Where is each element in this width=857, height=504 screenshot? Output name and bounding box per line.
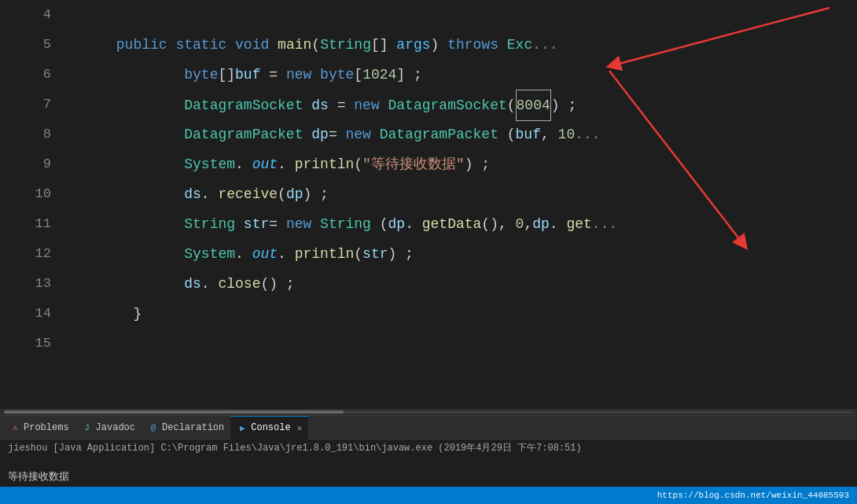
var-str: str	[244, 216, 269, 232]
code-line-14	[65, 299, 857, 329]
line-num-4: 4	[16, 0, 51, 30]
type-string: String	[320, 37, 371, 53]
line-num-5: 5	[16, 30, 51, 60]
line-num-9: 9	[16, 149, 51, 179]
run-info: jieshou [Java Application] C:\Program Fi…	[0, 440, 857, 456]
scrollbar-thumb[interactable]	[4, 410, 344, 414]
number-8004: 8004	[517, 97, 550, 113]
status-url: https://blog.csdn.net/weixin_44085593	[657, 491, 849, 500]
exception-type: Exc	[507, 37, 532, 53]
param-dp: dp	[286, 186, 303, 202]
line-num-15: 15	[16, 329, 51, 359]
status-bar: https://blog.csdn.net/weixin_44085593	[0, 487, 857, 504]
console-icon: ▶	[237, 422, 248, 433]
param-args: args	[396, 37, 430, 53]
param-buf: buf	[516, 127, 541, 142]
tab-javadoc-label: Javadoc	[96, 422, 135, 433]
problems-icon: ⚠	[9, 422, 20, 433]
tab-declaration[interactable]: @ Declaration	[142, 416, 230, 440]
highlight-8004: 8004	[516, 90, 551, 121]
bottom-panel: ⚠ Problems J Javadoc @ Declaration ▶ Con…	[0, 415, 857, 487]
scrollbar-track[interactable]	[4, 410, 853, 414]
number-1024: 1024	[362, 67, 396, 83]
line-num-11: 11	[16, 209, 51, 239]
line-num-14: 14	[16, 299, 51, 329]
console-close-icon[interactable]: ✕	[297, 423, 303, 433]
line-num-13: 13	[16, 269, 51, 299]
code-line-15	[65, 329, 857, 359]
string-waiting: "等待接收数据"	[362, 156, 465, 172]
line-num-6: 6	[16, 60, 51, 90]
field-out2: out	[252, 246, 278, 262]
left-gutter	[0, 0, 16, 409]
panel-tabs: ⚠ Problems J Javadoc @ Declaration ▶ Con…	[0, 416, 857, 440]
keyword-byte2: byte	[320, 67, 354, 83]
method-println: println	[295, 156, 355, 172]
panel-content: jieshou [Java Application] C:\Program Fi…	[0, 440, 857, 487]
number-0: 0	[516, 216, 524, 232]
line-num-12: 12	[16, 239, 51, 269]
method-main: main	[278, 37, 311, 53]
keyword-new3: new	[354, 97, 379, 113]
type-datagramsocket2: DatagramSocket	[388, 97, 507, 113]
type-datagrampacket2: DatagramPacket	[380, 127, 498, 142]
var-ds2: ds	[184, 186, 201, 202]
keyword-new4: new	[346, 127, 371, 142]
declaration-icon: @	[148, 422, 159, 433]
param-str: str	[362, 246, 388, 262]
var-buf: buf	[235, 67, 260, 83]
field-out: out	[252, 156, 278, 172]
console-output: 等待接收数据	[0, 466, 857, 487]
method-getdata: getData	[422, 216, 482, 232]
horizontal-scrollbar[interactable]	[0, 409, 857, 415]
javadoc-icon: J	[82, 422, 93, 433]
method-get2: get	[566, 216, 591, 232]
editor-area: 4 5 6 7 8 9 10 11 12 13 14 15 pu	[0, 0, 857, 409]
type-system: System	[184, 156, 235, 172]
tab-problems-label: Problems	[24, 422, 69, 433]
var-ds3: ds	[184, 276, 201, 292]
method-receive: receive	[218, 186, 278, 202]
line-num-8: 8	[16, 120, 51, 149]
tab-javadoc[interactable]: J Javadoc	[75, 416, 142, 440]
line-num-10: 10	[16, 179, 51, 209]
keyword-new5: new	[286, 216, 311, 232]
code-line-4: public static void main(String[] args) t…	[65, 0, 857, 30]
line-numbers: 4 5 6 7 8 9 10 11 12 13 14 15	[16, 0, 59, 409]
keyword-byte: byte	[184, 67, 218, 83]
var-dp: dp	[311, 127, 329, 142]
code-area: public static void main(String[] args) t…	[59, 0, 857, 409]
method-close: close	[218, 276, 260, 292]
keyword-public: public	[116, 37, 167, 53]
type-datagrampacket: DatagramPacket	[184, 127, 303, 142]
number-10: 10	[558, 127, 576, 142]
type-string2: String	[184, 216, 235, 232]
method-println2: println	[295, 246, 355, 262]
param-dp2: dp	[388, 216, 406, 232]
type-string3: String	[320, 216, 371, 232]
keyword-new2: new	[286, 67, 311, 83]
tab-console[interactable]: ▶ Console ✕	[230, 416, 308, 440]
var-ds: ds	[311, 97, 329, 113]
tab-console-label: Console	[251, 422, 290, 433]
tab-problems[interactable]: ⚠ Problems	[3, 416, 75, 440]
keyword-static: static	[175, 37, 226, 53]
keyword-void: void	[235, 37, 269, 53]
type-datagramsocket: DatagramSocket	[184, 97, 303, 113]
type-system2: System	[184, 246, 235, 262]
tab-declaration-label: Declaration	[162, 422, 224, 433]
param-dp3: dp	[532, 216, 550, 232]
line-num-7: 7	[16, 90, 51, 120]
keyword-throws: throws	[447, 37, 498, 53]
